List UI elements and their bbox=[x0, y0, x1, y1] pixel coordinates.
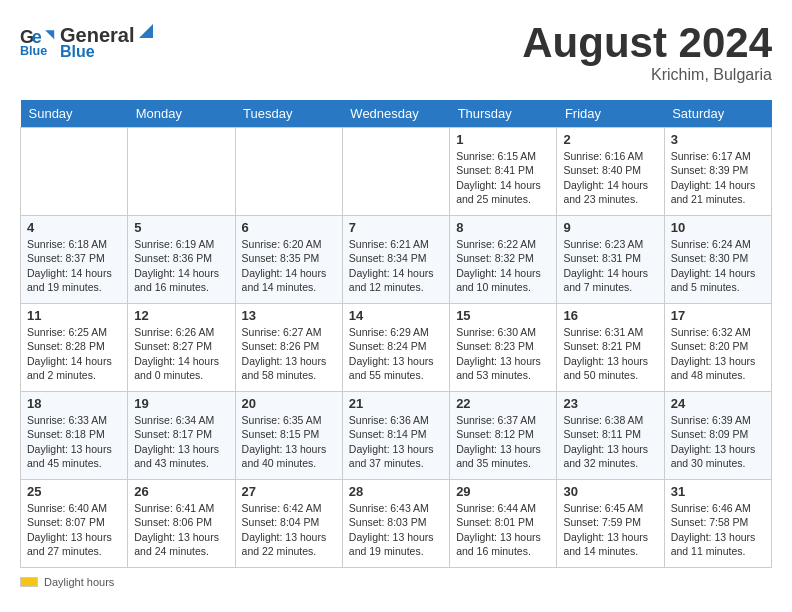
day-number: 9 bbox=[563, 220, 657, 235]
day-header-wednesday: Wednesday bbox=[342, 100, 449, 128]
day-info: Sunrise: 6:44 AM Sunset: 8:01 PM Dayligh… bbox=[456, 501, 550, 558]
day-info: Sunrise: 6:17 AM Sunset: 8:39 PM Dayligh… bbox=[671, 149, 765, 206]
day-number: 16 bbox=[563, 308, 657, 323]
calendar-cell: 28Sunrise: 6:43 AM Sunset: 8:03 PM Dayli… bbox=[342, 480, 449, 568]
day-info: Sunrise: 6:31 AM Sunset: 8:21 PM Dayligh… bbox=[563, 325, 657, 382]
day-info: Sunrise: 6:16 AM Sunset: 8:40 PM Dayligh… bbox=[563, 149, 657, 206]
calendar-cell bbox=[235, 128, 342, 216]
week-row-3: 11Sunrise: 6:25 AM Sunset: 8:28 PM Dayli… bbox=[21, 304, 772, 392]
day-info: Sunrise: 6:26 AM Sunset: 8:27 PM Dayligh… bbox=[134, 325, 228, 382]
calendar-cell: 31Sunrise: 6:46 AM Sunset: 7:58 PM Dayli… bbox=[664, 480, 771, 568]
calendar-cell: 27Sunrise: 6:42 AM Sunset: 8:04 PM Dayli… bbox=[235, 480, 342, 568]
day-info: Sunrise: 6:45 AM Sunset: 7:59 PM Dayligh… bbox=[563, 501, 657, 558]
calendar-cell: 30Sunrise: 6:45 AM Sunset: 7:59 PM Dayli… bbox=[557, 480, 664, 568]
calendar-cell bbox=[21, 128, 128, 216]
logo: G e Blue General Blue bbox=[20, 20, 158, 61]
day-header-saturday: Saturday bbox=[664, 100, 771, 128]
day-info: Sunrise: 6:38 AM Sunset: 8:11 PM Dayligh… bbox=[563, 413, 657, 470]
day-info: Sunrise: 6:24 AM Sunset: 8:30 PM Dayligh… bbox=[671, 237, 765, 294]
svg-marker-2 bbox=[45, 30, 54, 39]
day-number: 30 bbox=[563, 484, 657, 499]
calendar-table: SundayMondayTuesdayWednesdayThursdayFrid… bbox=[20, 100, 772, 568]
day-number: 3 bbox=[671, 132, 765, 147]
logo-triangle-icon bbox=[135, 20, 157, 42]
daylight-label: Daylight hours bbox=[44, 576, 114, 588]
calendar-cell: 6Sunrise: 6:20 AM Sunset: 8:35 PM Daylig… bbox=[235, 216, 342, 304]
day-info: Sunrise: 6:15 AM Sunset: 8:41 PM Dayligh… bbox=[456, 149, 550, 206]
day-number: 11 bbox=[27, 308, 121, 323]
day-number: 2 bbox=[563, 132, 657, 147]
calendar-cell: 2Sunrise: 6:16 AM Sunset: 8:40 PM Daylig… bbox=[557, 128, 664, 216]
day-number: 29 bbox=[456, 484, 550, 499]
day-number: 26 bbox=[134, 484, 228, 499]
day-number: 12 bbox=[134, 308, 228, 323]
day-info: Sunrise: 6:27 AM Sunset: 8:26 PM Dayligh… bbox=[242, 325, 336, 382]
footer-note: Daylight hours bbox=[20, 576, 772, 588]
day-info: Sunrise: 6:36 AM Sunset: 8:14 PM Dayligh… bbox=[349, 413, 443, 470]
day-info: Sunrise: 6:37 AM Sunset: 8:12 PM Dayligh… bbox=[456, 413, 550, 470]
day-info: Sunrise: 6:29 AM Sunset: 8:24 PM Dayligh… bbox=[349, 325, 443, 382]
calendar-cell: 10Sunrise: 6:24 AM Sunset: 8:30 PM Dayli… bbox=[664, 216, 771, 304]
day-number: 14 bbox=[349, 308, 443, 323]
days-header-row: SundayMondayTuesdayWednesdayThursdayFrid… bbox=[21, 100, 772, 128]
svg-text:Blue: Blue bbox=[20, 44, 47, 58]
day-number: 15 bbox=[456, 308, 550, 323]
day-info: Sunrise: 6:42 AM Sunset: 8:04 PM Dayligh… bbox=[242, 501, 336, 558]
day-info: Sunrise: 6:20 AM Sunset: 8:35 PM Dayligh… bbox=[242, 237, 336, 294]
week-row-2: 4Sunrise: 6:18 AM Sunset: 8:37 PM Daylig… bbox=[21, 216, 772, 304]
day-number: 21 bbox=[349, 396, 443, 411]
day-info: Sunrise: 6:30 AM Sunset: 8:23 PM Dayligh… bbox=[456, 325, 550, 382]
title-area: August 2024 Krichim, Bulgaria bbox=[522, 20, 772, 84]
day-number: 22 bbox=[456, 396, 550, 411]
day-header-friday: Friday bbox=[557, 100, 664, 128]
calendar-cell bbox=[342, 128, 449, 216]
day-number: 7 bbox=[349, 220, 443, 235]
day-number: 5 bbox=[134, 220, 228, 235]
page-header: G e Blue General Blue August 2024 Krichi… bbox=[20, 20, 772, 84]
calendar-cell: 7Sunrise: 6:21 AM Sunset: 8:34 PM Daylig… bbox=[342, 216, 449, 304]
day-number: 18 bbox=[27, 396, 121, 411]
day-info: Sunrise: 6:41 AM Sunset: 8:06 PM Dayligh… bbox=[134, 501, 228, 558]
calendar-cell: 23Sunrise: 6:38 AM Sunset: 8:11 PM Dayli… bbox=[557, 392, 664, 480]
calendar-cell: 15Sunrise: 6:30 AM Sunset: 8:23 PM Dayli… bbox=[450, 304, 557, 392]
day-number: 19 bbox=[134, 396, 228, 411]
day-header-tuesday: Tuesday bbox=[235, 100, 342, 128]
calendar-cell: 13Sunrise: 6:27 AM Sunset: 8:26 PM Dayli… bbox=[235, 304, 342, 392]
week-row-1: 1Sunrise: 6:15 AM Sunset: 8:41 PM Daylig… bbox=[21, 128, 772, 216]
day-number: 31 bbox=[671, 484, 765, 499]
calendar-cell: 4Sunrise: 6:18 AM Sunset: 8:37 PM Daylig… bbox=[21, 216, 128, 304]
calendar-cell bbox=[128, 128, 235, 216]
day-number: 4 bbox=[27, 220, 121, 235]
calendar-cell: 17Sunrise: 6:32 AM Sunset: 8:20 PM Dayli… bbox=[664, 304, 771, 392]
day-number: 8 bbox=[456, 220, 550, 235]
day-number: 10 bbox=[671, 220, 765, 235]
day-info: Sunrise: 6:19 AM Sunset: 8:36 PM Dayligh… bbox=[134, 237, 228, 294]
day-number: 27 bbox=[242, 484, 336, 499]
day-number: 23 bbox=[563, 396, 657, 411]
location-subtitle: Krichim, Bulgaria bbox=[522, 66, 772, 84]
week-row-5: 25Sunrise: 6:40 AM Sunset: 8:07 PM Dayli… bbox=[21, 480, 772, 568]
svg-marker-4 bbox=[139, 24, 153, 38]
day-info: Sunrise: 6:23 AM Sunset: 8:31 PM Dayligh… bbox=[563, 237, 657, 294]
day-info: Sunrise: 6:35 AM Sunset: 8:15 PM Dayligh… bbox=[242, 413, 336, 470]
day-info: Sunrise: 6:33 AM Sunset: 8:18 PM Dayligh… bbox=[27, 413, 121, 470]
day-header-sunday: Sunday bbox=[21, 100, 128, 128]
calendar-cell: 21Sunrise: 6:36 AM Sunset: 8:14 PM Dayli… bbox=[342, 392, 449, 480]
logo-icon: G e Blue bbox=[20, 23, 56, 59]
calendar-cell: 9Sunrise: 6:23 AM Sunset: 8:31 PM Daylig… bbox=[557, 216, 664, 304]
calendar-cell: 11Sunrise: 6:25 AM Sunset: 8:28 PM Dayli… bbox=[21, 304, 128, 392]
day-number: 17 bbox=[671, 308, 765, 323]
calendar-cell: 12Sunrise: 6:26 AM Sunset: 8:27 PM Dayli… bbox=[128, 304, 235, 392]
day-number: 24 bbox=[671, 396, 765, 411]
week-row-4: 18Sunrise: 6:33 AM Sunset: 8:18 PM Dayli… bbox=[21, 392, 772, 480]
day-info: Sunrise: 6:46 AM Sunset: 7:58 PM Dayligh… bbox=[671, 501, 765, 558]
day-info: Sunrise: 6:32 AM Sunset: 8:20 PM Dayligh… bbox=[671, 325, 765, 382]
day-number: 20 bbox=[242, 396, 336, 411]
daylight-bar-icon bbox=[20, 577, 38, 587]
day-info: Sunrise: 6:21 AM Sunset: 8:34 PM Dayligh… bbox=[349, 237, 443, 294]
calendar-cell: 5Sunrise: 6:19 AM Sunset: 8:36 PM Daylig… bbox=[128, 216, 235, 304]
day-number: 13 bbox=[242, 308, 336, 323]
calendar-cell: 14Sunrise: 6:29 AM Sunset: 8:24 PM Dayli… bbox=[342, 304, 449, 392]
day-number: 25 bbox=[27, 484, 121, 499]
day-number: 6 bbox=[242, 220, 336, 235]
